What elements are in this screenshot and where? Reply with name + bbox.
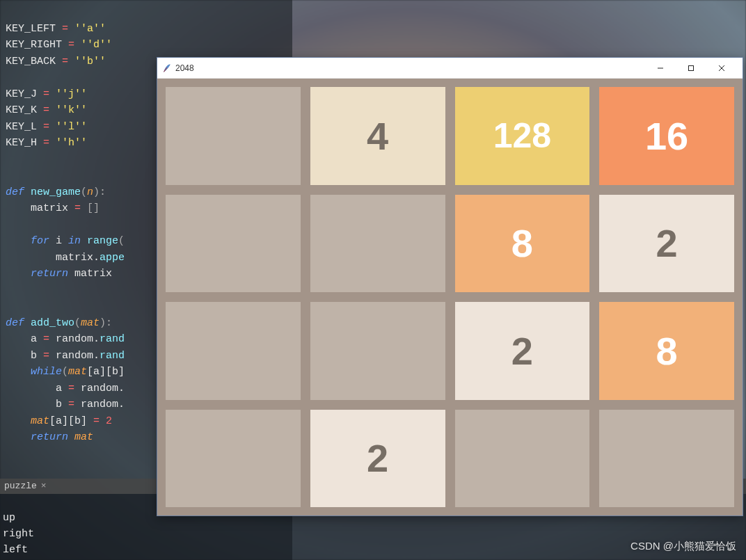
code-token: = [43,104,56,116]
tile-empty [310,195,445,293]
code-token: = [43,333,56,345]
code-token: mat [74,431,93,443]
code-token: = [62,23,74,35]
code-token: return [6,268,74,280]
code-token: = [43,121,56,133]
tile-16: 16 [599,87,734,185]
code-token: rand [100,350,125,362]
code-token: = [74,202,87,214]
code-token: [a][b] [87,366,125,378]
tile-empty [166,195,301,293]
code-token: = [43,350,56,362]
code-token: random. [81,399,125,410]
tile-8: 8 [455,195,590,293]
code-token: ( [118,235,125,247]
terminal-line: right [3,528,34,540]
code-token: ''a'' [74,23,106,35]
code-token: KEY_H [6,137,43,149]
code-token: = [68,39,81,51]
terminal-tab-label: puzzle [4,481,37,491]
code-token: ( [62,366,68,378]
tile-8: 8 [599,302,734,400]
code-token: while [6,366,62,378]
code-token: KEY_BACK [6,56,62,67]
tile-4: 4 [310,87,445,185]
code-token: rand [100,333,125,345]
code-token: ''b'' [74,56,106,67]
code-token: mat [31,415,49,427]
code-token: KEY_J [6,88,43,100]
tile-empty [166,87,301,185]
tkinter-feather-icon [161,63,171,73]
code-token: def [6,186,31,198]
code-token: ''k'' [56,104,87,116]
code-token: b [6,399,68,410]
code-token: ''d'' [81,39,112,51]
tile-2: 2 [310,410,445,508]
tile-empty [310,302,445,400]
code-token: = [43,137,56,149]
code-token: add_two [31,317,74,329]
code-token: appe [100,252,125,264]
code-token: matrix [74,268,112,280]
code-token: [] [87,202,100,214]
tile-empty [599,410,734,508]
code-token: in [68,235,87,247]
code-token: KEY_L [6,121,43,133]
game-window[interactable]: 2048 41281682282 [157,57,743,516]
code-token: a [6,333,43,345]
close-icon[interactable]: × [41,481,47,491]
code-token: = [62,56,74,67]
code-token: = [68,383,81,394]
terminal-line: up [3,512,15,524]
code-token: b [6,350,43,362]
code-token: a [6,383,68,394]
code-token: matrix. [6,252,100,264]
code-token: ''h'' [56,137,87,149]
code-token: def [6,317,31,329]
code-token: matrix [6,202,74,214]
code-token: ): [93,186,106,198]
code-token: ): [100,317,112,329]
window-title: 2048 [175,63,194,73]
code-token: new_game [31,186,81,198]
maximize-button[interactable] [676,58,706,79]
tile-empty [166,410,301,508]
code-token: KEY_LEFT [6,23,62,35]
game-board[interactable]: 41281682282 [157,79,743,515]
minimize-button[interactable] [645,58,676,79]
code-token: = [43,88,56,100]
code-token: random. [56,350,100,362]
code-token: = [68,399,81,410]
code-token: random. [56,333,100,345]
tile-empty [166,302,301,400]
code-token: ''l'' [56,121,87,133]
close-button[interactable] [706,58,737,79]
code-token: KEY_RIGHT [6,39,68,51]
code-token: 2 [106,415,112,427]
code-token: i [56,235,68,247]
watermark: CSDN @小熊猫爱恰饭 [630,540,736,553]
code-token: mat [68,366,87,378]
code-token: for [6,235,56,247]
code-token: KEY_K [6,104,43,116]
svg-rect-1 [689,65,694,70]
code-token: ( [81,186,87,198]
tile-2: 2 [599,195,734,293]
code-token: = [93,415,106,427]
tile-128: 128 [455,87,590,185]
titlebar[interactable]: 2048 [157,58,743,79]
code-token: random. [81,383,125,394]
terminal-line: left [3,544,28,556]
code-token: ( [74,317,81,329]
code-token: range [87,235,118,247]
code-token: ''j'' [56,88,87,100]
tile-empty [455,410,590,508]
code-token: mat [81,317,100,329]
code-token [6,415,31,427]
code-token: [a][b] [49,415,93,427]
code-token: n [87,186,93,198]
code-token: return [6,431,74,443]
tile-2: 2 [455,302,590,400]
